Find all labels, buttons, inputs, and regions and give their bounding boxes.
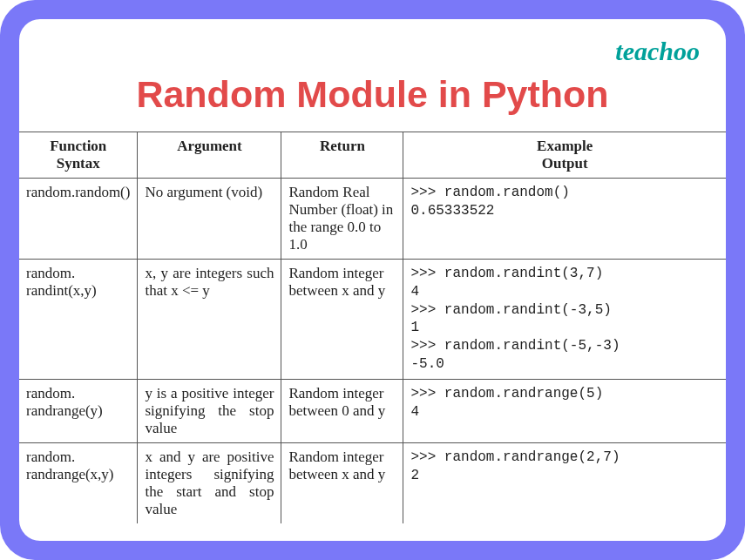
cell-return: Random integer between x and y [281,260,403,380]
cell-return: Random integer between x and y [281,442,403,523]
cell-argument: x, y are integers such that x <= y [138,260,281,380]
table-row: random. randrange(x,y) x and y are posit… [19,442,726,523]
page-title: Random Module in Python [19,73,726,116]
outer-frame: teachoo Random Module in Python Function… [0,0,745,560]
header-text: Example [410,138,719,155]
cell-return: Random Real Number (float) in the range … [281,179,403,260]
table-row: random. randint(x,y) x, y are integers s… [19,260,726,380]
header-argument: Argument [138,132,281,179]
header-text: Function [26,138,130,155]
cell-syntax: random. randrange(y) [19,379,138,442]
cell-argument: y is a positive integer signifying the s… [138,379,281,442]
cell-syntax: random. randint(x,y) [19,260,138,380]
cell-argument: No argument (void) [138,179,281,260]
table-header-row: Function Syntax Argument Return Example … [19,132,726,179]
header-example-output: Example Output [403,132,726,179]
cell-syntax: random.random() [19,179,138,260]
cell-return: Random integer between 0 and y [281,379,403,442]
cell-argument: x and y are positive integers signifying… [138,442,281,523]
header-text: Syntax [26,155,130,172]
header-text: Output [410,155,719,172]
cell-syntax: random. randrange(x,y) [19,442,138,523]
table-row: random.random() No argument (void) Rando… [19,179,726,260]
header-return: Return [281,132,403,179]
cell-example: >>> random.randint(3,7) 4 >>> random.ran… [403,260,726,380]
table-row: random. randrange(y) y is a positive int… [19,379,726,442]
content-card: teachoo Random Module in Python Function… [19,19,726,541]
brand-logo: teachoo [615,37,700,66]
cell-example: >>> random.random() 0.65333522 [403,179,726,260]
header-function-syntax: Function Syntax [19,132,138,179]
cell-example: >>> random.randrange(5) 4 [403,379,726,442]
reference-table: Function Syntax Argument Return Example … [19,132,726,523]
cell-example: >>> random.randrange(2,7) 2 [403,442,726,523]
